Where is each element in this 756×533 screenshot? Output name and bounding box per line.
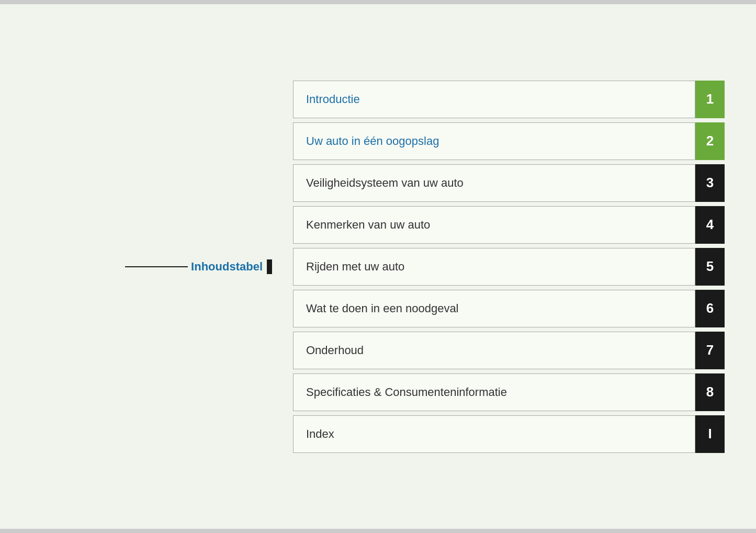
toc-item-label-6: Wat te doen in een noodgeval [293, 290, 695, 327]
toc-item-number-6: 6 [695, 290, 725, 327]
toc-item-label-2: Uw auto in één oogopslag [293, 122, 695, 160]
toc-title: Inhoudstabel [191, 260, 263, 274]
toc-item-label-5: Rijden met uw auto [293, 248, 695, 286]
toc-item-9[interactable]: IndexI [293, 415, 725, 453]
toc-item-8[interactable]: Specificaties & Consumenteninformatie8 [293, 373, 725, 411]
toc-item-number-7: 7 [695, 332, 725, 369]
toc-item-1[interactable]: Introductie1 [293, 81, 725, 118]
toc-item-label-4: Kenmerken van uw auto [293, 206, 695, 244]
toc-item-number-2: 2 [695, 122, 725, 160]
toc-cursor [267, 259, 272, 274]
toc-item-number-8: 8 [695, 373, 725, 411]
toc-item-label-1: Introductie [293, 81, 695, 118]
toc-item-label-7: Onderhoud [293, 332, 695, 369]
toc-item-number-9: I [695, 415, 725, 453]
toc-item-number-3: 3 [695, 164, 725, 202]
toc-item-number-1: 1 [695, 81, 725, 118]
toc-item-7[interactable]: Onderhoud7 [293, 332, 725, 369]
toc-item-4[interactable]: Kenmerken van uw auto4 [293, 206, 725, 244]
toc-item-label-3: Veiligheidsysteem van uw auto [293, 164, 695, 202]
content-area: Inhoudstabel Introductie1Uw auto in één … [0, 4, 756, 529]
toc-list: Introductie1Uw auto in één oogopslag2Vei… [293, 25, 756, 508]
toc-title-container: Inhoudstabel [125, 259, 272, 274]
toc-item-3[interactable]: Veiligheidsysteem van uw auto3 [293, 164, 725, 202]
toc-item-number-5: 5 [695, 248, 725, 286]
toc-title-line [125, 266, 188, 267]
toc-item-6[interactable]: Wat te doen in een noodgeval6 [293, 290, 725, 327]
bottom-border [0, 529, 756, 533]
page-container: Inhoudstabel Introductie1Uw auto in één … [0, 0, 756, 533]
top-border [0, 0, 756, 4]
toc-item-label-9: Index [293, 415, 695, 453]
toc-item-5[interactable]: Rijden met uw auto5 [293, 248, 725, 286]
toc-item-number-4: 4 [695, 206, 725, 244]
toc-item-label-8: Specificaties & Consumenteninformatie [293, 373, 695, 411]
left-panel: Inhoudstabel [0, 25, 293, 508]
toc-item-2[interactable]: Uw auto in één oogopslag2 [293, 122, 725, 160]
